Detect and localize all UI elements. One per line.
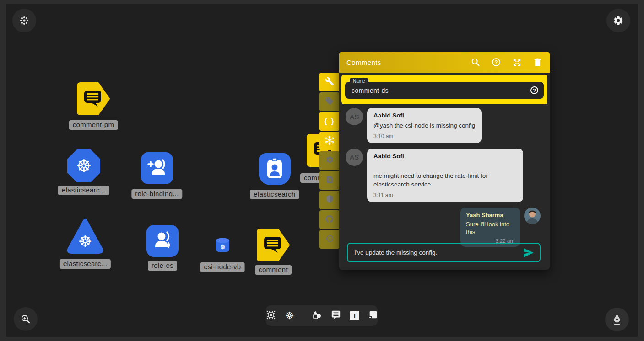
message-row: AS Aabid Sofi @yash the csi-node is miss… [346,108,543,143]
gear-icon [325,155,334,166]
user-icon [153,231,172,251]
gear-icon [613,15,624,26]
circuit-icon [265,309,276,322]
history-tool-button[interactable] [319,230,340,249]
add-user-icon [147,158,167,178]
text-tool-icon: T [350,311,359,320]
shapes-icon [311,309,322,322]
text-tool-button[interactable]: T [350,311,359,320]
node-role-es[interactable] [146,225,179,257]
zoom-button[interactable] [14,307,38,331]
panel-title: Comments [346,59,381,66]
pen-tool-button[interactable] [605,308,629,331]
avatar: AS [346,149,363,166]
github-tool-button[interactable] [319,210,340,229]
doc-search-tool-button[interactable] [319,171,340,190]
flower-icon [19,16,29,26]
configure-tool-button[interactable] [319,73,340,91]
settings-tool-button[interactable] [319,151,340,170]
tag-icon [325,96,334,107]
message-row: AS Aabid Sofi me might need to change th… [346,149,543,202]
comment-input-row [347,243,541,262]
shield-icon [325,195,334,205]
message-bubble[interactable]: Aabid Sofi me might need to change the r… [367,149,523,202]
node-comment-pm[interactable] [77,82,110,117]
svg-text:☸: ☸ [220,244,226,250]
node-elasticsearch-triangle[interactable]: ☸ [66,218,104,256]
settings-button[interactable] [606,9,630,32]
hub-tool-button[interactable] [319,132,340,150]
hub-icon [325,135,335,147]
kubernetes-icon: ☸ [76,157,92,175]
comment-thread: AS Aabid Sofi @yash the csi-node is miss… [339,104,550,247]
node-comment[interactable] [257,229,290,263]
svg-text:☸: ☸ [78,233,92,250]
message-text: me might need to change the rate-limit f… [373,171,517,189]
message-bubble[interactable]: Yash Sharma Sure I'll look into this 3:2… [460,208,520,247]
message-text: @yash the csi-node is missing config [373,121,475,130]
message-author: Aabid Sofi [373,112,475,119]
name-input[interactable] [345,87,530,94]
help-icon[interactable]: ? [491,57,501,67]
name-field-wrap: Name ? [341,75,547,104]
canvas-toolbar: ☸ T [266,305,378,326]
node-label[interactable]: comment [255,265,292,275]
pen-nib-icon [611,313,623,326]
node-elasticsearch-sa[interactable] [259,153,291,185]
message-text: Sure I'll look into this [466,220,514,236]
node-role-binding[interactable] [141,152,173,184]
message-bubble[interactable]: Aabid Sofi @yash the csi-node is missing… [367,108,482,143]
history-icon [325,234,334,245]
document-search-icon [325,175,334,186]
message-author: Yash Sharma [466,212,514,218]
message-time: 3:11 am [373,192,517,198]
comment-icon [331,310,341,322]
node-label[interactable]: elasticsearc... [58,186,109,195]
node-label[interactable]: role-binding... [131,189,182,199]
node-label[interactable]: elasticsearc... [60,259,111,269]
node-label[interactable]: elasticsearch [250,190,299,199]
media-icon [368,310,378,322]
send-icon[interactable] [523,248,534,257]
braces-icon: { } [325,117,335,126]
search-icon[interactable] [471,57,481,67]
id-badge-icon [265,157,284,181]
zoom-in-icon [20,314,31,325]
avatar: AS [346,108,363,125]
expand-icon[interactable] [512,57,522,67]
kubernetes-icon: ☸ [285,311,294,321]
node-elasticsearch-octagon[interactable]: ☸ [67,149,100,182]
comment-tool-button[interactable] [331,310,341,322]
message-row: Yash Sharma Sure I'll look into this 3:2… [346,208,541,247]
tag-tool-button[interactable] [319,92,340,111]
node-action-toolbar: { } [319,73,340,249]
field-help-icon[interactable]: ? [530,86,538,94]
shield-tool-button[interactable] [319,191,340,209]
media-tool-button[interactable] [368,310,378,322]
delete-icon[interactable] [532,57,542,67]
comments-panel-header[interactable]: Comments ? [339,52,550,73]
app-menu-button[interactable] [12,9,36,32]
message-time: 3:10 am [373,133,475,139]
kubernetes-view-button[interactable]: ☸ [285,311,294,321]
app-stage: comment-pm ☸ elasticsearc... role-bindin… [0,0,644,341]
message-author: Aabid Sofi [373,153,517,160]
node-csi-node-vb[interactable]: ☸ [214,237,231,256]
wrench-icon [325,77,334,88]
avatar [524,208,541,224]
name-field-label: Name [350,78,368,85]
node-label[interactable]: csi-node-vb [200,262,245,272]
node-label[interactable]: role-es [148,261,177,271]
github-icon [325,214,334,225]
design-mode-button[interactable] [265,309,276,322]
node-label[interactable]: comment-pm [69,120,118,130]
comments-panel: Comments ? [339,52,550,270]
shapes-tool-button[interactable] [311,309,322,322]
comment-input[interactable] [348,249,523,256]
json-tool-button[interactable]: { } [319,112,340,131]
